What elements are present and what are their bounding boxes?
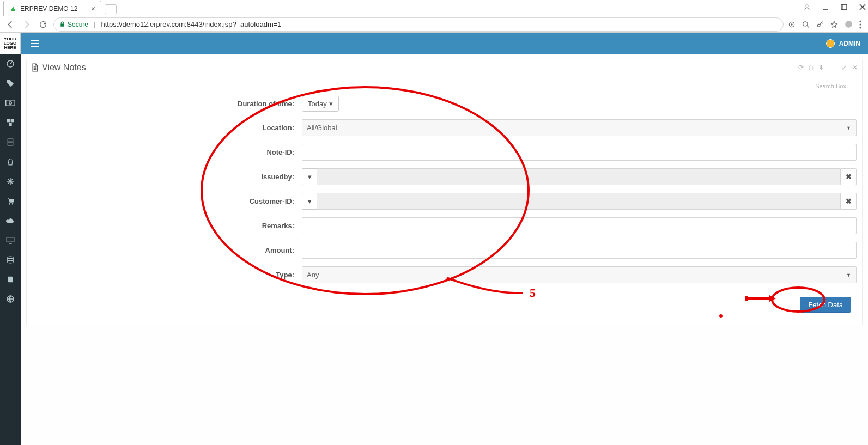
svg-point-34 [202, 87, 529, 294]
annotation-overlay: 5 [0, 0, 868, 445]
svg-point-39 [719, 314, 723, 318]
annotation-number: 5 [530, 286, 536, 300]
svg-point-35 [772, 288, 824, 312]
